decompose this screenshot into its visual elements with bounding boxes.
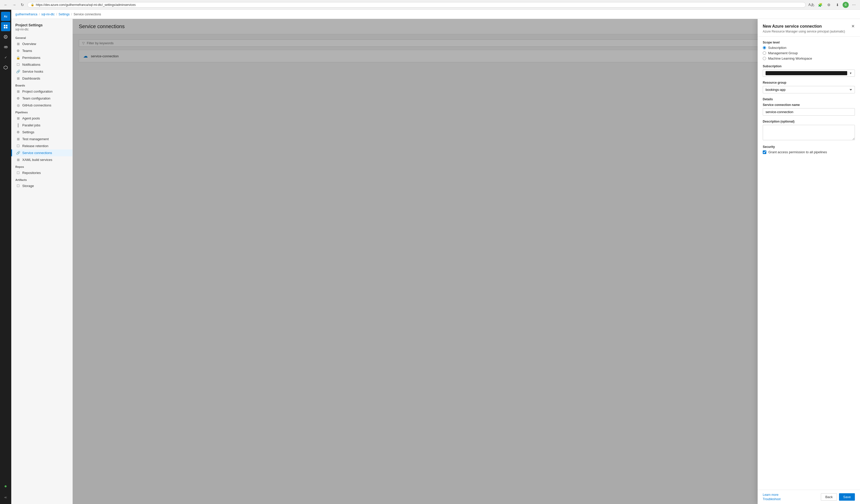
xaml-icon: ⊞ [16,158,20,162]
user-avatar[interactable]: G [843,2,849,8]
sidebar-item-settings[interactable]: ⚙ Settings [11,129,72,136]
settings-button[interactable]: ⚙ [825,1,832,9]
sidebar-item-team-configuration[interactable]: ⚙ Team configuration [11,95,72,102]
learn-more-link[interactable]: Learn more [763,493,781,496]
menu-button[interactable]: ⋯ [850,1,857,9]
modal-footer-links: Learn more Troubleshoot [763,493,781,501]
sidebar-label-agent-pools: Agent pools [22,116,40,120]
modal-body: Scope level Subscription Management Grou… [758,36,860,490]
rail-artifacts[interactable] [1,63,10,72]
translate-button[interactable]: Aあ [808,1,815,9]
sidebar-project-name: sql-mi-dtc [15,28,29,31]
troubleshoot-link[interactable]: Troubleshoot [763,497,781,501]
breadcrumb-sep-1: / [39,13,40,16]
forward-button[interactable]: → [11,2,17,8]
scope-level-label: Scope level [763,41,855,44]
sidebar-item-dashboards[interactable]: ⊞ Dashboards [11,75,72,82]
radio-management-input[interactable] [763,51,766,55]
grant-access-label: Grant access permission to all pipelines [769,150,827,154]
grant-access-checkbox-item[interactable]: Grant access permission to all pipelines [763,150,855,154]
radio-subscription-input[interactable] [763,46,766,49]
modal-subtitle: Azure Resource Manager using service pri… [763,30,855,33]
breadcrumb-settings[interactable]: Settings [59,13,70,16]
sidebar-label-test-management: Test management [22,137,48,141]
sidebar-label-overview: Overview [22,42,36,46]
sidebar-item-overview[interactable]: ⊞ Overview [11,41,72,47]
sidebar-item-agent-pools[interactable]: ⊞ Agent pools [11,115,72,122]
scope-level-section: Scope level Subscription Management Grou… [763,41,855,60]
resource-group-section: Resource group bookings-app [763,81,855,93]
breadcrumb-sep-3: / [71,13,72,16]
modal-footer: Learn more Troubleshoot Back Save [758,490,860,504]
sidebar-label-dashboards: Dashboards [22,76,40,80]
radio-ml-input[interactable] [763,57,766,60]
sidebar-section-artifacts: Artifacts [11,176,72,182]
sidebar-section-pipelines: Pipelines [11,109,72,115]
download-button[interactable]: ⬇ [834,1,841,9]
rail-boards[interactable] [1,22,10,31]
agent-pools-icon: ⊞ [16,116,20,120]
breadcrumb-org[interactable]: guilhermefranca [15,13,38,16]
description-input[interactable] [763,125,855,140]
rail-azure-devops[interactable]: Az [1,12,10,21]
release-retention-icon: ☐ [16,144,20,148]
svg-point-5 [5,36,6,38]
back-button[interactable]: ← [3,2,9,8]
service-connection-name-input[interactable] [763,108,855,116]
sidebar-item-permissions[interactable]: 🔒 Permissions [11,54,72,61]
sidebar-item-teams[interactable]: ⚙ Teams [11,47,72,54]
description-section: Description (optional) [763,120,855,141]
url-text: https://dev.azure.com/guilhermefranca/sq… [36,3,136,7]
resource-group-select[interactable]: bookings-app [763,86,855,93]
sidebar-section-boards: Boards [11,82,72,88]
sidebar-label-repositories: Repositories [22,171,41,175]
save-button[interactable]: Save [839,493,855,501]
rail-collapse[interactable]: ≪ [1,493,10,502]
rail-repos[interactable] [1,32,10,42]
modal-title: New Azure service connection [763,24,855,29]
sidebar-item-test-management[interactable]: ⊞ Test management [11,136,72,143]
svg-rect-0 [4,25,5,26]
svg-marker-6 [4,66,8,69]
sidebar-label-project-configuration: Project configuration [22,90,53,93]
sidebar-item-service-hooks[interactable]: 🔗 Service hooks [11,68,72,75]
sidebar-label-xaml-build: XAML build services [22,158,52,162]
rail-testplans[interactable]: ✓ [1,53,10,62]
breadcrumb-current: Service connections [73,13,101,16]
refresh-button[interactable]: ↻ [19,2,25,8]
repositories-icon: ☐ [16,171,20,175]
breadcrumb: guilhermefranca / sql-mi-dtc / Settings … [11,10,860,19]
extensions-button[interactable]: 🧩 [816,1,824,9]
grant-access-checkbox[interactable] [763,150,766,154]
rail-pipelines[interactable] [1,43,10,52]
breadcrumb-project[interactable]: sql-mi-dtc [41,13,55,16]
address-bar[interactable]: 🔒 https://dev.azure.com/guilhermefranca/… [27,2,806,8]
sidebar-item-service-connections[interactable]: 🔗 Service connections [11,149,72,156]
main-panel: Service connections New service connecti… [73,19,860,504]
sidebar-item-notifications[interactable]: ☐ Notifications [11,61,72,68]
radio-subscription-label: Subscription [768,46,787,50]
sidebar-item-xaml-build[interactable]: ⊞ XAML build services [11,156,72,163]
subscription-select[interactable]: ▼ [763,70,855,77]
rail-settings[interactable]: ● [1,481,10,491]
modal-close-button[interactable]: ✕ [849,23,857,30]
svg-rect-2 [4,27,5,28]
sidebar-label-settings: Settings [22,130,34,134]
sidebar-label-parallel-jobs: Parallel jobs [22,123,40,127]
sidebar-section-general: General [11,34,72,41]
icon-rail: Az ✓ ● ≪ [0,10,11,504]
radio-management-label: Management Group [768,51,798,55]
description-label: Description (optional) [763,120,855,123]
sidebar-item-storage[interactable]: ☐ Storage [11,182,72,189]
breadcrumb-sep-2: / [56,13,57,16]
sidebar-item-project-configuration[interactable]: ⊞ Project configuration [11,88,72,95]
back-button[interactable]: Back [821,493,837,501]
sidebar-item-release-retention[interactable]: ☐ Release retention [11,143,72,149]
radio-management-group[interactable]: Management Group [763,51,855,55]
radio-subscription[interactable]: Subscription [763,46,855,50]
sidebar-item-parallel-jobs[interactable]: ║ Parallel jobs [11,122,72,129]
radio-machine-learning[interactable]: Machine Learning Workspace [763,57,855,60]
subscription-chevron: ▼ [849,72,852,75]
sidebar-item-github-connections[interactable]: ◎ GitHub connections [11,102,72,109]
sidebar-item-repositories[interactable]: ☐ Repositories [11,169,72,176]
